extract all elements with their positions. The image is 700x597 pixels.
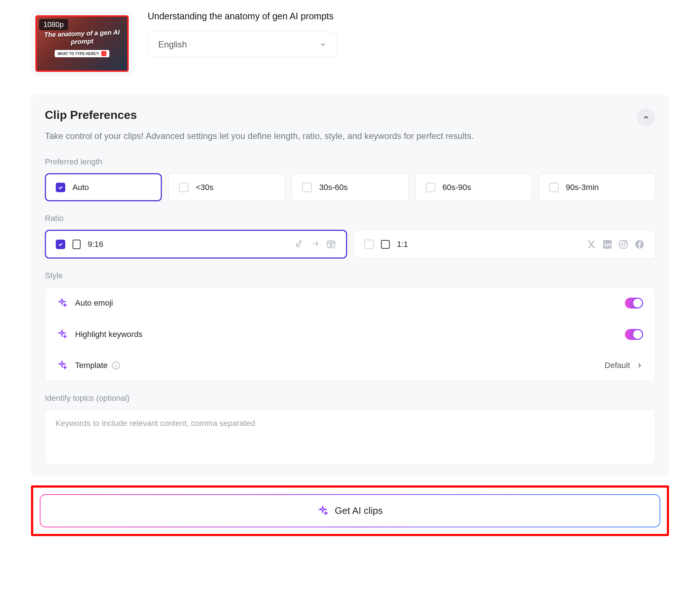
template-value: Default xyxy=(604,361,630,370)
thumbnail-chip: WHAT TO TYPE HERE?! → xyxy=(55,50,110,57)
shorts-icon xyxy=(310,239,320,249)
style-label: Style xyxy=(45,271,655,280)
length-option-30-60s[interactable]: 30s-60s xyxy=(292,173,408,201)
ratio-option-label: 9:16 xyxy=(88,240,104,249)
length-option-label: Auto xyxy=(73,183,89,192)
checkbox-icon xyxy=(549,183,559,192)
topics-label: Identify topics (optional) xyxy=(45,394,655,403)
ratio-option-1-1[interactable]: 1:1 xyxy=(354,230,656,259)
style-panel: Auto emoji Highlight keywords Template i… xyxy=(45,287,655,381)
auto-emoji-toggle[interactable] xyxy=(625,298,643,309)
ratio-option-9-16[interactable]: 9:16 xyxy=(45,230,347,259)
cta-highlight-box: Get AI clips xyxy=(31,485,669,536)
highlight-toggle[interactable] xyxy=(625,329,643,340)
length-options: Auto <30s 30s-60s 60s-90s 90s-3min xyxy=(45,173,655,201)
sparkle-icon xyxy=(57,360,67,371)
length-option-60-90s[interactable]: 60s-90s xyxy=(415,173,532,201)
clip-preferences-title: Clip Preferences xyxy=(45,108,137,122)
svg-point-8 xyxy=(622,243,625,246)
thumbnail-text: The anatomy of a gen AI prompt xyxy=(36,28,127,47)
length-option-auto[interactable]: Auto xyxy=(45,173,162,201)
linkedin-icon xyxy=(602,239,612,249)
get-ai-clips-button[interactable]: Get AI clips xyxy=(40,494,660,527)
style-row-template[interactable]: Template i Default xyxy=(45,350,655,381)
resolution-badge: 1080p xyxy=(39,19,68,30)
ratio-options: 9:16 1:1 xyxy=(45,230,655,259)
x-icon xyxy=(586,239,596,249)
clip-preferences-subtitle: Take control of your clips! Advanced set… xyxy=(45,131,655,141)
sparkle-icon xyxy=(57,298,67,308)
svg-point-9 xyxy=(625,241,626,242)
video-title: Understanding the anatomy of gen AI prom… xyxy=(148,11,669,22)
topics-input[interactable] xyxy=(45,410,655,464)
video-thumbnail[interactable]: 1080p The anatomy of a gen AI prompt WHA… xyxy=(35,15,129,72)
info-icon[interactable]: i xyxy=(112,361,120,369)
length-option-label: <30s xyxy=(196,183,213,192)
length-option-label: 60s-90s xyxy=(443,183,471,192)
style-highlight-label: Highlight keywords xyxy=(75,330,143,339)
length-option-label: 30s-60s xyxy=(319,183,347,192)
video-header: 1080p The anatomy of a gen AI prompt WHA… xyxy=(31,11,669,76)
checkbox-icon xyxy=(426,183,435,192)
square-aspect-icon xyxy=(381,240,390,249)
checkbox-icon xyxy=(56,240,65,249)
chevron-down-icon xyxy=(319,41,327,48)
style-template-label: Template xyxy=(75,361,108,370)
length-option-30s[interactable]: <30s xyxy=(168,173,285,201)
reels-icon xyxy=(326,239,336,249)
checkbox-icon xyxy=(56,183,65,192)
chevron-right-icon xyxy=(636,362,643,369)
cta-label: Get AI clips xyxy=(335,505,383,516)
svg-point-6 xyxy=(604,241,606,243)
checkbox-icon xyxy=(302,183,312,192)
ratio-option-label: 1:1 xyxy=(397,240,408,249)
length-option-label: 90s-3min xyxy=(566,183,599,192)
preferred-length-label: Preferred length xyxy=(45,157,655,167)
arrow-icon: → xyxy=(101,51,106,56)
checkbox-icon xyxy=(179,183,188,192)
length-option-90s-3min[interactable]: 90s-3min xyxy=(538,173,655,201)
clip-preferences-card: Clip Preferences Take control of your cl… xyxy=(31,94,669,477)
checkbox-icon xyxy=(364,240,374,249)
style-auto-emoji-label: Auto emoji xyxy=(75,298,113,308)
sparkle-icon xyxy=(317,505,328,516)
portrait-aspect-icon xyxy=(73,240,81,249)
ratio-label: Ratio xyxy=(45,214,655,223)
sparkle-icon xyxy=(57,329,67,340)
language-select[interactable]: English xyxy=(148,32,337,57)
instagram-icon xyxy=(618,239,629,249)
svg-rect-5 xyxy=(604,243,606,247)
language-value: English xyxy=(158,39,187,50)
facebook-icon xyxy=(634,239,645,249)
collapse-button[interactable] xyxy=(637,108,655,127)
video-thumbnail-card: 1080p The anatomy of a gen AI prompt WHA… xyxy=(31,11,133,76)
style-row-highlight: Highlight keywords xyxy=(45,319,655,350)
chevron-up-icon xyxy=(642,114,650,121)
style-row-auto-emoji: Auto emoji xyxy=(45,287,655,319)
tiktok-icon xyxy=(294,239,304,249)
